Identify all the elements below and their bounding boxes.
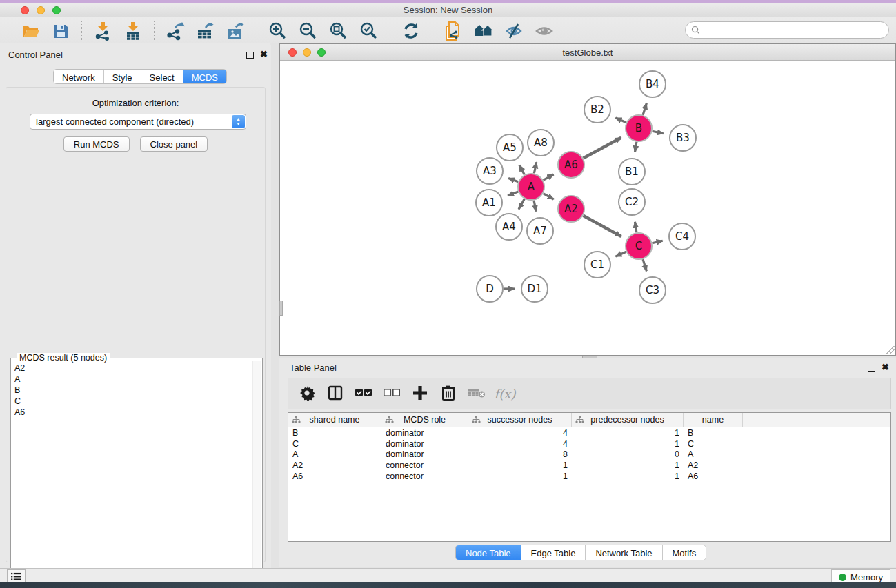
edge-A-A8[interactable]: [534, 162, 537, 173]
column-header-successor-nodes[interactable]: successor nodes: [468, 413, 572, 427]
node-A7[interactable]: A7: [527, 218, 553, 244]
node-B4[interactable]: B4: [639, 71, 666, 97]
edge-B-B3[interactable]: [653, 131, 664, 134]
table-row[interactable]: Bdominator41B: [288, 427, 890, 438]
edge-B-B1[interactable]: [635, 142, 637, 152]
delete-column-button[interactable]: [437, 382, 460, 405]
table-row[interactable]: Adominator80A: [288, 449, 890, 460]
function-builder-button[interactable]: f(x): [493, 382, 517, 405]
mcds-result-item[interactable]: C: [13, 396, 251, 407]
column-header-name[interactable]: name: [684, 413, 743, 427]
zoom-fit-button[interactable]: [326, 20, 351, 42]
table-row[interactable]: A6connector11A6: [288, 471, 890, 482]
node-A[interactable]: A: [518, 174, 544, 200]
hide-labels-button[interactable]: [501, 20, 526, 42]
tab-style[interactable]: Style: [104, 70, 141, 83]
delete-table-button[interactable]: [465, 382, 488, 405]
edge-A-A1[interactable]: [508, 192, 518, 196]
close-panel-button[interactable]: Close panel: [140, 136, 208, 152]
split-columns-button[interactable]: [323, 382, 347, 405]
optimization-criterion-dropdown[interactable]: largest connected component (directed) ▲…: [30, 114, 246, 130]
export-network-button[interactable]: [163, 20, 188, 42]
home-button[interactable]: [471, 20, 496, 42]
edge-B-B2[interactable]: [615, 118, 626, 123]
save-session-button[interactable]: [48, 20, 73, 42]
mcds-result-item[interactable]: A2: [13, 363, 251, 374]
edge-A-A3[interactable]: [508, 178, 518, 181]
resize-grip[interactable]: [886, 346, 895, 354]
node-D1[interactable]: D1: [521, 276, 548, 302]
edge-A6-B[interactable]: [584, 138, 621, 159]
tab-edge-table[interactable]: Edge Table: [521, 545, 586, 560]
edge-A-A7[interactable]: [534, 201, 536, 212]
node-B[interactable]: B: [626, 115, 652, 141]
control-panel-float-icon[interactable]: [246, 52, 254, 59]
edge-A-A5[interactable]: [519, 165, 525, 175]
node-A2[interactable]: A2: [558, 196, 584, 222]
node-C1[interactable]: C1: [584, 252, 610, 278]
node-A5[interactable]: A5: [497, 134, 523, 161]
tab-motifs[interactable]: Motifs: [663, 545, 706, 560]
node-C[interactable]: C: [626, 233, 652, 259]
search-box[interactable]: [685, 21, 889, 39]
mcds-result-item[interactable]: B: [13, 385, 251, 396]
edge-C-C1[interactable]: [615, 252, 626, 256]
edge-A2-C[interactable]: [584, 216, 621, 236]
node-B2[interactable]: B2: [584, 97, 610, 123]
open-file-button[interactable]: [18, 20, 43, 42]
export-table-button[interactable]: [193, 20, 218, 42]
edge-A-A4[interactable]: [519, 199, 524, 210]
table-row[interactable]: A2connector11A2: [288, 460, 890, 471]
refresh-button[interactable]: [399, 20, 424, 42]
add-column-button[interactable]: [408, 382, 432, 405]
import-network-button[interactable]: [90, 20, 115, 42]
column-header-shared-name[interactable]: shared name: [288, 413, 381, 427]
edge-B-B4[interactable]: [643, 103, 646, 115]
control-panel-close-icon[interactable]: ✖: [260, 49, 268, 59]
export-image-button[interactable]: [223, 20, 248, 42]
column-header-MCDS-role[interactable]: MCDS role: [381, 413, 468, 427]
node-C4[interactable]: C4: [669, 223, 695, 250]
select-all-button[interactable]: [352, 382, 375, 405]
gear-button[interactable]: [295, 382, 319, 405]
table-panel-float-icon[interactable]: [868, 365, 875, 372]
task-history-button[interactable]: [7, 569, 26, 584]
table-row[interactable]: Cdominator41C: [288, 438, 890, 449]
edge-C-C4[interactable]: [653, 241, 663, 243]
zoom-in-button[interactable]: [266, 20, 290, 42]
run-mcds-button[interactable]: Run MCDS: [63, 136, 130, 152]
table-panel-close-icon[interactable]: ✖: [882, 362, 889, 372]
node-A4[interactable]: A4: [496, 214, 522, 240]
zoom-selected-button[interactable]: [357, 20, 381, 42]
show-graphics-button[interactable]: [532, 20, 557, 42]
tab-network[interactable]: Network: [54, 70, 104, 83]
node-C2[interactable]: C2: [619, 189, 645, 215]
divider-handle-vertical[interactable]: [279, 301, 283, 316]
mcds-result-item[interactable]: A: [13, 374, 251, 385]
edge-A-A2[interactable]: [544, 194, 554, 199]
node-A8[interactable]: A8: [528, 130, 554, 156]
column-header-predecessor-nodes[interactable]: predecessor nodes: [572, 413, 684, 427]
result-scrollbar[interactable]: [252, 361, 261, 587]
node-A6[interactable]: A6: [558, 152, 584, 178]
edge-C-C3[interactable]: [643, 259, 646, 271]
search-input[interactable]: [704, 25, 888, 35]
network-canvas[interactable]: A5A8A6A3AA1A2A4A7B4B2BB3B1C2C4CC1C3DD1: [280, 61, 895, 355]
node-D[interactable]: D: [477, 276, 503, 302]
node-A1[interactable]: A1: [476, 190, 502, 216]
edge-C-C2[interactable]: [635, 222, 637, 233]
mcds-result-list[interactable]: A2ABCA6: [13, 363, 251, 587]
node-B1[interactable]: B1: [619, 159, 645, 185]
tab-network-table[interactable]: Network Table: [586, 545, 662, 560]
node-B3[interactable]: B3: [670, 125, 696, 151]
edge-A-A6[interactable]: [544, 174, 554, 180]
tab-select[interactable]: Select: [141, 70, 183, 83]
tab-mcds[interactable]: MCDS: [183, 70, 226, 83]
deselect-all-button[interactable]: [380, 382, 404, 405]
new-session-button[interactable]: [441, 20, 466, 42]
node-C3[interactable]: C3: [639, 277, 666, 303]
node-A3[interactable]: A3: [477, 158, 503, 184]
mcds-result-item[interactable]: A6: [13, 407, 251, 418]
zoom-out-button[interactable]: [296, 20, 321, 42]
tab-node-table[interactable]: Node Table: [456, 545, 521, 560]
